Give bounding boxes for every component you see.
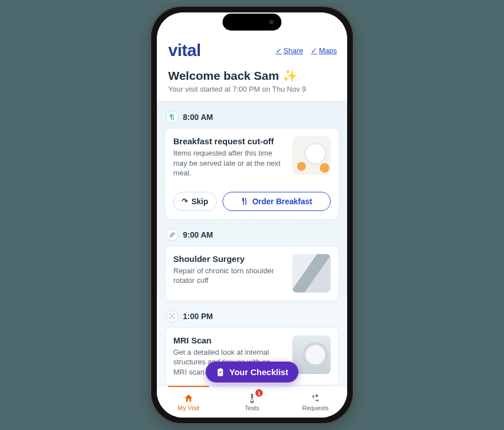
- top-links: ✓ Share ✓ Maps: [276, 46, 338, 55]
- tab-my-visit[interactable]: My Visit: [157, 386, 220, 418]
- skip-arrow-icon: ↷: [182, 197, 188, 205]
- surgery-image: [292, 254, 331, 293]
- skip-button[interactable]: ↷ Skip: [173, 192, 217, 211]
- hero: Welcome back Sam ✨ Your visit started at…: [157, 63, 347, 101]
- timeline-card-breakfast[interactable]: Breakfast request cut-off Items requeste…: [165, 128, 339, 220]
- mri-image: [292, 336, 331, 374]
- page-title: Welcome back Sam ✨: [168, 69, 336, 83]
- bottom-tab-bar: My Visit 1 Tests Requests: [157, 386, 347, 418]
- timeline-feed[interactable]: 8:00 AM Breakfast request cut-off Items …: [157, 101, 347, 395]
- sparkle-icon: ✨: [283, 69, 297, 83]
- phone-person-icon: [310, 393, 321, 403]
- card-body: Items requested after this time may be s…: [173, 148, 285, 178]
- scan-icon: [166, 310, 178, 322]
- welcome-text: Welcome back Sam: [168, 69, 279, 83]
- share-link-label: Share: [284, 46, 304, 55]
- card-title: Breakfast request cut-off: [173, 136, 285, 146]
- skip-label: Skip: [191, 197, 208, 206]
- clipboard-check-icon: [216, 368, 225, 377]
- screen: vital ✓ Share ✓ Maps Welcome back Sam ✨: [157, 12, 347, 418]
- breakfast-image: [292, 136, 331, 175]
- order-breakfast-button[interactable]: Order Breakfast: [223, 192, 331, 211]
- visit-subtitle: Your visit started at 7:00 PM on Thu Nov…: [168, 85, 336, 93]
- maps-link[interactable]: ✓ Maps: [311, 46, 337, 55]
- time-header: 9:00 AM: [166, 229, 338, 241]
- check-icon: ✓: [311, 46, 317, 55]
- time-header: 1:00 PM: [166, 310, 338, 322]
- check-icon: ✓: [276, 46, 282, 55]
- time-label: 8:00 AM: [183, 113, 213, 122]
- home-icon: [183, 393, 194, 403]
- svg-point-1: [172, 234, 173, 235]
- utensils-icon: [241, 197, 249, 205]
- dynamic-island: [223, 14, 281, 31]
- your-checklist-button[interactable]: Your Checklist: [206, 362, 298, 382]
- maps-link-label: Maps: [319, 46, 337, 55]
- card-body: Repair of chronic torn shoulder rotator …: [173, 266, 285, 286]
- bandage-icon: [166, 229, 178, 241]
- order-label: Order Breakfast: [252, 197, 312, 206]
- tests-badge: 1: [255, 389, 263, 397]
- svg-point-2: [172, 316, 173, 317]
- share-link[interactable]: ✓ Share: [276, 46, 304, 55]
- app-content: vital ✓ Share ✓ Maps Welcome back Sam ✨: [157, 12, 347, 418]
- fab-label: Your Checklist: [229, 367, 288, 377]
- time-label: 9:00 AM: [183, 230, 213, 239]
- timeline-card-surgery[interactable]: Shoulder Surgery Repair of chronic torn …: [165, 246, 339, 301]
- card-title: MRI Scan: [173, 336, 285, 345]
- utensils-icon: [166, 111, 178, 123]
- tab-label: Tests: [245, 405, 259, 411]
- phone-frame: vital ✓ Share ✓ Maps Welcome back Sam ✨: [150, 6, 354, 424]
- tab-requests[interactable]: Requests: [284, 386, 347, 418]
- tab-tests[interactable]: 1 Tests: [220, 386, 284, 418]
- card-title: Shoulder Surgery: [173, 254, 285, 264]
- time-header: 8:00 AM: [166, 111, 338, 123]
- time-label: 1:00 PM: [183, 312, 213, 321]
- brand-logo: vital: [168, 41, 201, 60]
- tab-label: My Visit: [178, 405, 199, 411]
- tab-label: Requests: [302, 405, 328, 411]
